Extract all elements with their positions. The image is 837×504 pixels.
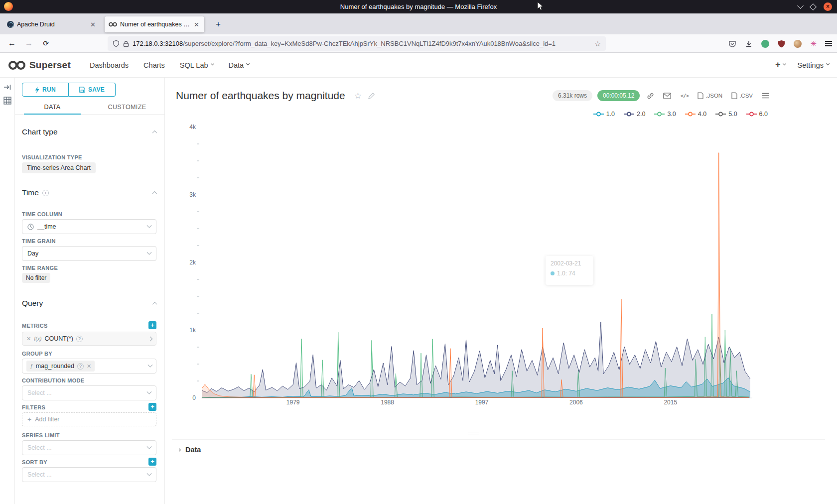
viz-type-chip[interactable]: Time-series Area Chart [22, 162, 96, 173]
back-button[interactable]: ← [5, 37, 19, 51]
forward-button[interactable]: → [22, 37, 36, 51]
chevron-up-icon [152, 191, 157, 196]
run-button[interactable]: RUN [22, 83, 69, 97]
url-text[interactable]: 172.18.0.3:32108/superset/explore/?form_… [133, 40, 588, 47]
legend-item-1.0[interactable]: 1.0 [593, 111, 615, 118]
data-panel-toggle[interactable]: Data [172, 440, 825, 460]
browser-tab-druid[interactable]: Apache Druid ✕ [3, 16, 101, 32]
bolt-icon [35, 87, 39, 93]
extension-icon-pinwheel[interactable]: ✳ [810, 39, 817, 48]
tooltip-series-dot [551, 271, 555, 275]
settings-menu[interactable]: Settings [798, 61, 829, 69]
shield-icon[interactable] [113, 40, 120, 47]
browser-menu-icon[interactable] [825, 40, 832, 48]
legend-item-3.0[interactable]: 3.0 [654, 111, 676, 118]
save-button[interactable]: SAVE [69, 83, 116, 97]
chart-tooltip: 2002-03-21 1.0: 74 [546, 256, 593, 285]
chevron-down-icon [147, 389, 152, 394]
time-range-label: TIME RANGE [22, 265, 58, 271]
expand-panel-icon[interactable] [3, 84, 11, 91]
remove-groupby-icon[interactable]: ✕ [87, 363, 91, 370]
sort-by-label: SORT BY [22, 459, 47, 465]
downloads-icon[interactable] [745, 40, 753, 48]
tooltip-value: 1.0: 74 [557, 270, 575, 277]
superset-brand[interactable]: Superset [8, 60, 71, 71]
metric-chip[interactable]: ✕ f(x) COUNT(*) ? [22, 332, 156, 346]
nav-item-charts[interactable]: Charts [143, 61, 165, 69]
contribution-select[interactable]: Select ... [22, 385, 156, 400]
chevron-down-icon [210, 62, 214, 65]
browser-tab-superset[interactable]: Numer of earthquakes by ✕ [105, 16, 204, 32]
chart-canvas[interactable]: 01k2k3k4k19791988199720062015 [177, 124, 767, 412]
time-column-select[interactable]: __time [22, 219, 156, 234]
remove-metric-icon[interactable]: ✕ [26, 336, 31, 342]
add-filter-plus-button[interactable]: + [148, 403, 156, 411]
svg-text:3k: 3k [189, 191, 196, 198]
time-grain-select[interactable]: Day [22, 246, 156, 261]
svg-text:1988: 1988 [381, 399, 394, 406]
favorite-star-icon[interactable]: ☆ [354, 91, 362, 101]
add-filter-dropzone[interactable]: + Add filter [22, 412, 156, 426]
tab-customize[interactable]: CUSTOMIZE [90, 101, 164, 114]
legend-item-4.0[interactable]: 4.0 [685, 111, 706, 118]
chart-resize-handle[interactable] [468, 430, 479, 436]
time-range-chip[interactable]: No filter [22, 273, 50, 283]
extension-icon-green[interactable] [761, 40, 769, 48]
legend-marker [593, 112, 604, 117]
extension-icon-avatar[interactable] [794, 40, 802, 48]
superset-logo-icon [8, 60, 26, 71]
svg-text:2006: 2006 [569, 399, 583, 406]
export-csv-button[interactable]: .CSV [729, 92, 755, 99]
add-metric-button[interactable]: + [148, 321, 156, 329]
pocket-icon[interactable] [728, 40, 736, 48]
reload-button[interactable]: ⟳ [39, 37, 53, 51]
window-close-button[interactable]: × [824, 2, 832, 11]
window-minimize-button[interactable] [797, 2, 804, 9]
legend-marker [715, 112, 726, 117]
groupby-select[interactable]: ƒ mag_rounded ? ✕ [22, 359, 156, 374]
export-json-button[interactable]: .JSON [696, 92, 724, 99]
section-time[interactable]: Time i [22, 188, 156, 197]
info-icon[interactable]: i [42, 190, 49, 196]
legend-marker [685, 112, 696, 117]
add-sort-by-button[interactable]: + [148, 458, 156, 466]
groupby-chip[interactable]: ƒ mag_rounded ? ✕ [26, 361, 95, 372]
tab-data[interactable]: DATA [15, 101, 90, 114]
datasource-rail [0, 78, 15, 504]
main-nav: Dashboards Charts SQL Lab Data [90, 61, 249, 69]
nav-item-sqllab[interactable]: SQL Lab [180, 61, 214, 69]
column-help-icon[interactable]: ? [77, 363, 84, 370]
section-query[interactable]: Query [22, 299, 156, 308]
series-limit-select[interactable]: Select ... [22, 440, 156, 455]
new-tab-button[interactable]: + [212, 18, 225, 31]
ublock-shield-icon[interactable] [778, 40, 785, 48]
tab-close-icon[interactable]: ✕ [193, 21, 200, 28]
bookmark-star-icon[interactable]: ☆ [594, 40, 601, 48]
metric-help-icon[interactable]: ? [76, 336, 83, 342]
dataset-grid-icon[interactable] [3, 97, 11, 105]
sort-by-select[interactable]: Select ... [22, 467, 156, 482]
edit-title-icon[interactable] [368, 92, 375, 100]
legend-label: 2.0 [637, 111, 645, 118]
nav-item-dashboards[interactable]: Dashboards [90, 61, 129, 69]
legend-label: 3.0 [667, 111, 676, 118]
copy-link-button[interactable] [645, 92, 656, 100]
legend-item-5.0[interactable]: 5.0 [715, 111, 737, 118]
nav-item-data[interactable]: Data [229, 61, 250, 69]
legend-item-6.0[interactable]: 6.0 [746, 111, 768, 118]
tab-close-icon[interactable]: ✕ [89, 21, 97, 28]
window-titlebar: Numer of earthquakes by magnitude — Mozi… [0, 0, 837, 13]
chevron-down-icon [147, 471, 152, 476]
groupby-label: GROUP BY [22, 351, 52, 357]
file-icon [698, 92, 703, 99]
window-maximize-button[interactable] [810, 3, 817, 10]
url-bar[interactable]: 172.18.0.3:32108/superset/explore/?form_… [108, 36, 606, 51]
chart-menu-button[interactable] [760, 93, 771, 99]
rows-count-badge: 6.31k rows [553, 90, 592, 101]
embed-code-button[interactable]: </> [678, 93, 691, 99]
new-item-button[interactable]: + [775, 60, 786, 70]
legend-item-2.0[interactable]: 2.0 [624, 111, 645, 118]
email-share-button[interactable] [661, 93, 673, 99]
lock-icon[interactable] [123, 40, 129, 47]
section-chart-type[interactable]: Chart type [22, 127, 156, 136]
